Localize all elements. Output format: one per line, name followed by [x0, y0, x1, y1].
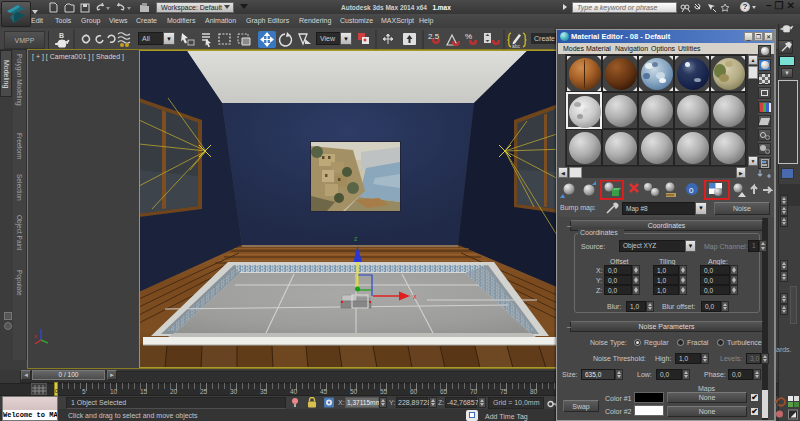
svg-text:%: % — [465, 32, 472, 41]
svg-text:x: x — [34, 333, 37, 339]
svg-text:0: 0 — [689, 186, 694, 195]
svg-text:z: z — [354, 235, 358, 242]
svg-text:x: x — [413, 293, 417, 300]
svg-text:B: B — [59, 32, 64, 39]
